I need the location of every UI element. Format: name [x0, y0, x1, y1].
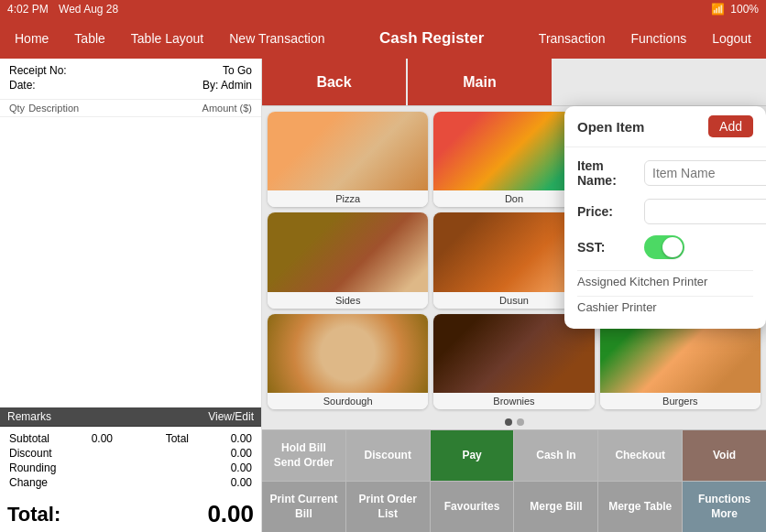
receipt-footer: Subtotal 0.00 Total 0.00 Discount 0.00 R… [0, 426, 261, 496]
receipt-columns: Qty Description Amount ($) [0, 100, 261, 117]
time: 4:02 PM [7, 3, 49, 16]
left-panel: Receipt No: To Go Date: By: Admin Qty De… [0, 59, 262, 532]
top-nav: Home Table Table Layout New Transaction … [0, 18, 766, 59]
app-title: Cash Register [379, 29, 484, 47]
favourites-button[interactable]: Favourites [431, 482, 515, 532]
subtotal-val: 0.00 [92, 432, 113, 445]
food-sides-label: Sides [268, 292, 428, 309]
right-panel: Back Main Pizza Don Sashimi Sides [262, 59, 766, 532]
main-layout: Receipt No: To Go Date: By: Admin Qty De… [0, 59, 766, 532]
nav-home[interactable]: Home [9, 27, 54, 49]
overlay-body: Item Name: Price: SST: Assigned Kitchen … [564, 147, 766, 329]
nav-new-transaction[interactable]: New Transaction [224, 27, 330, 49]
rounding-label: Rounding [9, 461, 56, 474]
grand-total-label: Total: [7, 503, 60, 527]
food-item-pizza[interactable]: Pizza [268, 112, 428, 207]
sst-row: SST: [577, 235, 753, 259]
overlay-header: Open Item Add [564, 106, 766, 147]
remarks-row: Remarks View/Edit [0, 407, 261, 426]
nav-table[interactable]: Table [69, 27, 110, 49]
open-item-overlay: Open Item Add Item Name: Price: SST: Ass… [564, 106, 766, 329]
merge-table-button[interactable]: Merge Table [598, 482, 683, 532]
status-bar: 4:02 PM Wed Aug 28 📶 100% [0, 0, 766, 18]
dot-1 [505, 418, 512, 426]
food-pizza-image [268, 112, 428, 190]
item-name-row: Item Name: [577, 158, 753, 188]
dot-2 [517, 418, 524, 426]
col-qty: Qty [9, 103, 25, 114]
col-desc: Description [28, 103, 79, 114]
food-pizza-label: Pizza [268, 190, 428, 207]
main-button[interactable]: Main [408, 59, 552, 105]
remarks-label: Remarks [7, 410, 51, 423]
bottom-actions-row2: Print Current Bill Print Order List Favo… [262, 481, 766, 532]
sst-label: SST: [577, 240, 637, 255]
void-button[interactable]: Void [683, 430, 766, 481]
print-current-bill-button[interactable]: Print Current Bill [262, 482, 346, 532]
total-val-inline: 0.00 [231, 432, 252, 445]
hold-bill-button[interactable]: Hold Bill Send Order [262, 430, 346, 481]
col-amount: Amount ($) [202, 103, 252, 114]
item-name-label: Item Name: [577, 158, 637, 188]
price-label: Price: [577, 204, 637, 219]
date: Wed Aug 28 [59, 3, 118, 16]
wifi-icon: 📶 [711, 3, 725, 16]
cashier-printer: Cashier Printer [577, 296, 753, 318]
battery-label: 100% [730, 3, 759, 16]
merge-bill-button[interactable]: Merge Bill [514, 482, 598, 532]
sst-toggle[interactable] [644, 235, 684, 259]
receipt-body [0, 117, 261, 407]
bottom-actions-row1: Hold Bill Send Order Discount Pay Cash I… [262, 429, 766, 481]
receipt-header: Receipt No: To Go Date: By: Admin [0, 59, 261, 100]
price-row: Price: [577, 199, 753, 224]
food-sourdough-image [268, 314, 428, 393]
total-label-inline: Total [166, 432, 189, 445]
total-row: Total: 0.00 [0, 496, 261, 532]
print-order-list-button[interactable]: Print Order List [346, 482, 431, 532]
food-brownies-label: Brownies [433, 393, 594, 409]
nav-logout[interactable]: Logout [706, 27, 757, 49]
nav-transaction[interactable]: Transaction [533, 27, 611, 49]
price-input[interactable] [644, 199, 766, 224]
discount-val: 0.00 [231, 447, 252, 460]
food-item-sourdough[interactable]: Sourdough [268, 314, 428, 409]
item-name-input[interactable] [644, 160, 766, 186]
pay-button[interactable]: Pay [431, 430, 515, 481]
view-edit-label[interactable]: View/Edit [208, 410, 254, 423]
top-buttons: Back Main [262, 59, 766, 106]
food-sourdough-label: Sourdough [268, 393, 428, 409]
back-button[interactable]: Back [262, 59, 406, 105]
change-val: 0.00 [231, 476, 252, 489]
receipt-no-label: Receipt No: [9, 64, 67, 77]
subtotal-label: Subtotal [9, 432, 49, 445]
discount-label: Discount [9, 447, 52, 460]
grand-total-amount: 0.00 [207, 500, 254, 528]
food-item-sides[interactable]: Sides [268, 212, 428, 308]
overlay-title: Open Item [577, 119, 644, 135]
checkout-button[interactable]: Checkout [598, 430, 683, 481]
food-burgers-label: Burgers [600, 393, 761, 409]
change-label: Change [9, 476, 48, 489]
date-label: Date: [9, 79, 36, 92]
assigned-kitchen-printer: Assigned Kitchen Printer [577, 270, 753, 292]
by-admin-label: By: Admin [202, 79, 252, 92]
more-functions-button[interactable]: Functions More [683, 482, 766, 532]
rounding-val: 0.00 [231, 461, 252, 474]
overlay-add-button[interactable]: Add [708, 115, 753, 137]
discount-button[interactable]: Discount [346, 430, 431, 481]
page-dots [262, 415, 766, 429]
nav-functions[interactable]: Functions [625, 27, 692, 49]
cash-in-button[interactable]: Cash In [514, 430, 598, 481]
to-go-label: To Go [223, 64, 252, 77]
food-sides-image [268, 212, 428, 291]
nav-table-layout[interactable]: Table Layout [126, 27, 209, 49]
